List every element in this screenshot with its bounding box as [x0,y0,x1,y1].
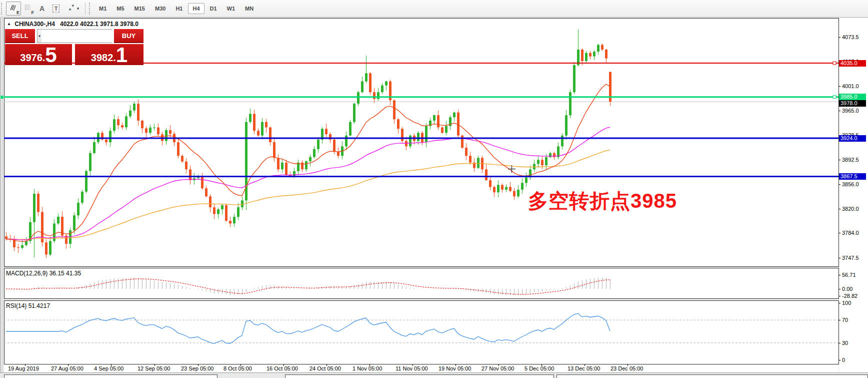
price-level-box: 3867.5 [839,173,866,180]
x-axis-tick [284,364,284,366]
rsi-tick-label: 100 [842,300,851,306]
timeframe-group: M1M5M15M30H1H4D1W1MN [94,3,258,14]
collapse-triangle-icon[interactable]: ▲ [7,22,11,26]
window-tab[interactable] [556,374,868,378]
sell-button[interactable]: SELL [5,29,35,43]
x-axis-tick [370,364,370,366]
arrows-tool-button[interactable]: ▾ [63,2,83,15]
x-axis-label: 13 Dec 05:00 [568,365,600,371]
x-axis-tick [111,364,112,366]
window-tab[interactable] [285,374,554,378]
toolbar-grip[interactable] [1,3,4,15]
rsi-chart [4,300,839,364]
text-label-tool-button[interactable]: A [35,2,49,15]
x-axis-label: 12 Sep 05:00 [138,365,170,371]
y-tick-label: 3820.0 [842,206,859,212]
x-axis-tick [412,364,413,366]
x-axis-tick [498,364,499,366]
tool-sub-letter: F [32,10,34,15]
x-axis-label: 27 Aug 05:00 [51,365,84,371]
macd-tick-label: -28.82 [842,293,858,299]
toolbar: E F A T ▾ M1M5M15M30H1H4D1W1MN [0,0,868,18]
letter-t-boxed-icon: T [52,5,60,13]
y-tick-label: 3784.0 [842,230,859,236]
x-axis-label: 1 Nov 05:00 [352,365,382,371]
trading-platform-window: E F A T ▾ M1M5M15M30H1H4D1W1MN 19 Aug 20 [0,0,868,378]
y-tick-label: 3892.5 [842,157,859,163]
x-axis-label: 24 Oct 05:00 [310,365,341,371]
text-box-tool-button[interactable]: T [49,2,63,15]
x-axis-tick [240,364,241,366]
y-tick-label: 3965.0 [842,108,859,114]
tf-d1[interactable]: D1 [206,3,222,14]
x-axis-tick [154,364,155,366]
x-axis-label: 19 Aug 2019 [8,365,39,371]
volume-decrease-button[interactable]: ▼ [38,30,42,43]
tf-h4[interactable]: H4 [188,3,204,14]
y-tick-label: 4073.5 [842,34,859,40]
x-axis-tick [25,364,26,366]
bid-price-panel[interactable]: 3976. 5 [5,44,72,65]
ask-price-panel[interactable]: 3982. 1 [75,44,144,65]
toolbar-separator [85,3,86,15]
y-tick-label: 4001.0 [842,83,859,89]
x-axis-tick [326,364,327,366]
x-axis-tick [584,364,585,366]
crosshair-cursor [512,165,512,173]
volume-spinner: ▼ ▲ [37,29,112,43]
rsi-tick-label: 30 [842,340,848,346]
x-axis-tick [456,364,456,366]
x-axis-label: 5 Dec 05:00 [524,365,554,371]
x-axis-label: 8 Oct 05:00 [224,365,252,371]
macd-chart [4,268,839,299]
tf-m15[interactable]: M15 [130,3,150,14]
window-tab[interactable] [4,374,218,378]
price-level-box: 3985.0 [839,94,866,100]
rsi-tick-label: 0 [842,357,845,363]
macd-label: MACD(12,26,9) 36.15 41.35 [6,270,81,277]
indicators-tool-button[interactable]: F [21,2,35,15]
tf-m1[interactable]: M1 [94,3,111,14]
one-click-trade-widget: SELL ▼ ▲ BUY 3976. 5 3982. 1 [5,29,144,65]
rsi-label: RSI(14) 51.4217 [6,302,50,309]
tf-m5[interactable]: M5 [112,3,128,14]
x-axis-tick [198,364,198,366]
x-axis-label: 23 Sep 05:00 [181,365,214,371]
window-edge [0,18,1,378]
toolbar-grip[interactable] [89,3,92,15]
bid-price-big-digit: 5 [45,46,56,64]
macd-tick-label: 0.00 [842,286,852,292]
x-axis-label: 16 Oct 05:00 [266,365,298,371]
y-tick-label: 3747.5 [842,255,859,261]
bottom-tab-strip [0,372,868,378]
x-axis-label: 23 Dec 05:00 [610,365,643,371]
symbol-name: CHINA300-,H4 [14,21,55,28]
tf-h1[interactable]: H1 [171,3,187,14]
x-axis-tick [542,364,542,366]
x-axis-tick [68,364,68,366]
letter-a-icon: A [40,5,44,13]
ask-price: 3982. [91,51,116,64]
rsi-tick-label: 70 [842,317,848,323]
tf-w1[interactable]: W1 [222,3,240,14]
time-axis: 19 Aug 201927 Aug 05:004 Sep 05:0012 Sep… [4,364,838,372]
bid-price: 3976. [20,51,45,64]
x-axis-label: 27 Nov 05:00 [482,365,514,371]
double-arrow-icon [67,3,76,14]
ask-price-big-digit: 1 [116,46,128,64]
tf-mn[interactable]: MN [240,3,258,14]
chart-title: ▲ CHINA300-,H4 4022.0 4022.1 3971.8 3978… [7,21,138,28]
macd-tick-label: 56.71 [842,272,856,278]
charts-tool-button[interactable]: E [6,2,21,16]
green-line-handle[interactable] [0,96,4,99]
x-axis-label: 19 Nov 05:00 [438,365,471,371]
price-level-box: 4035.0 [839,60,866,67]
dropdown-caret-icon[interactable]: ▾ [77,6,80,11]
tf-m30[interactable]: M30 [150,3,170,14]
window-edge [2,18,3,378]
y-tick-label: 3856.0 [842,181,859,187]
buy-button[interactable]: BUY [114,29,144,43]
chart-annotation-text: 多空转折点3985 [528,187,677,215]
price-level-box: 3924.0 [839,135,866,142]
price-level-box: 3978.0 [839,100,866,107]
